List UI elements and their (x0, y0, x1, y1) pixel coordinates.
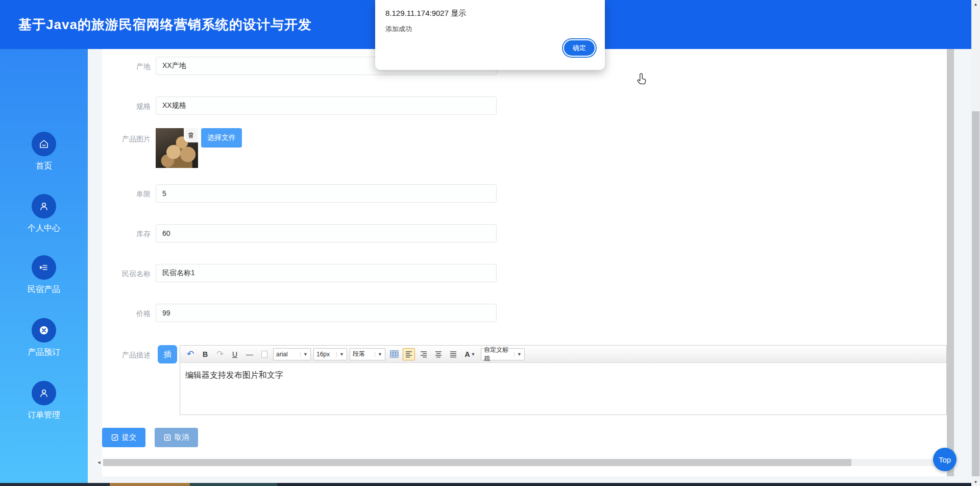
footer-strip (0, 483, 971, 486)
rich-text-editor: ↶ B ↷ U — arial▼ 16px▼ 段落▼ (180, 345, 947, 415)
field-label-stock: 库存 (89, 230, 151, 239)
insert-button[interactable]: 插 (158, 345, 177, 363)
trash-icon (187, 131, 195, 139)
field-label-origin: 产地 (89, 62, 151, 71)
bold-icon[interactable]: B (199, 348, 211, 360)
scroll-left-arrow[interactable]: ◀ (95, 459, 103, 466)
sidebar-item-orders[interactable]: 订单管理 (0, 381, 88, 421)
page-title: 基于Java的旅游民宿网络营销系统的设计与开发 (18, 16, 312, 34)
align-right-icon[interactable] (418, 348, 430, 360)
inner-vertical-scrollbar[interactable] (947, 49, 954, 476)
underline-icon[interactable]: U (229, 348, 241, 360)
browser-scrollbar[interactable]: ▲ ▼ (971, 0, 980, 486)
product-image-thumbnail (156, 128, 198, 168)
sidebar-item-profile[interactable]: 个人中心 (0, 194, 88, 234)
undo-icon[interactable]: ↶ (184, 348, 197, 360)
dialog-message: 添加成功 (385, 25, 595, 34)
sidebar-item-label: 产品预订 (28, 347, 60, 358)
field-label-homestay-name: 民宿名称 (89, 270, 151, 279)
field-label-description: 产品描述 (89, 351, 151, 360)
editor-content[interactable]: 编辑器支持发布图片和文字 (180, 363, 946, 388)
dialog-ok-button[interactable]: 确定 (564, 40, 595, 56)
horizontal-scrollbar-thumb[interactable] (103, 459, 851, 466)
back-to-top-button[interactable]: Top (933, 448, 957, 471)
x-square-icon (164, 434, 171, 441)
font-size-select[interactable]: 16px▼ (313, 348, 347, 360)
browser-scrollbar-thumb[interactable] (972, 111, 979, 476)
user-icon (32, 194, 56, 218)
unit-limit-input[interactable] (156, 184, 497, 203)
delete-image-button[interactable] (184, 128, 198, 142)
field-label-price: 价格 (89, 309, 151, 319)
custom-title-select[interactable]: 自定义标题▼ (481, 348, 525, 360)
submit-button[interactable]: 提交 (102, 428, 145, 447)
font-color-icon[interactable]: A▼ (462, 348, 478, 360)
stock-input[interactable] (156, 224, 497, 242)
sidebar-item-products[interactable]: 民宿产品 (0, 255, 88, 295)
sidebar-item-booking[interactable]: 产品预订 (0, 318, 88, 358)
homestay-name-input[interactable] (156, 264, 497, 282)
sidebar-item-home[interactable]: 首页 (0, 132, 88, 172)
redo-icon[interactable]: ↷ (214, 348, 226, 360)
sidebar-item-label: 首页 (36, 161, 52, 172)
cancel-button[interactable]: 取消 (155, 428, 198, 447)
sidebar-item-label: 订单管理 (28, 410, 60, 421)
scroll-up-arrow[interactable]: ▲ (971, 0, 980, 8)
price-input[interactable] (156, 304, 497, 322)
list-icon (32, 255, 56, 280)
scroll-down-arrow[interactable]: ▼ (971, 478, 980, 486)
field-label-spec: 规格 (89, 102, 151, 111)
field-label-unit-limit: 单限 (89, 190, 151, 199)
justify-icon[interactable] (447, 348, 459, 360)
table-icon[interactable] (388, 348, 400, 360)
align-center-icon[interactable] (432, 348, 445, 360)
user-icon (32, 381, 56, 405)
page: 基于Java的旅游民宿网络营销系统的设计与开发 民宿名称1 ▼ 首页 个人中心 … (0, 0, 980, 486)
home-icon (32, 132, 56, 156)
field-label-product-image: 产品图片 (89, 135, 151, 144)
circle-x-icon (32, 318, 56, 343)
align-left-icon[interactable] (403, 348, 415, 360)
dialog-title: 8.129.11.174:9027 显示 (385, 9, 595, 18)
check-square-icon (111, 434, 118, 441)
sidebar-item-label: 个人中心 (28, 223, 60, 234)
choose-file-button[interactable]: 选择文件 (201, 128, 242, 148)
chevron-down-icon: ▼ (300, 352, 308, 357)
chevron-down-icon: ▼ (514, 352, 522, 357)
horizontal-scrollbar[interactable]: ◀ (95, 459, 941, 466)
editor-toolbar: ↶ B ↷ U — arial▼ 16px▼ 段落▼ (180, 346, 946, 363)
sidebar-item-label: 民宿产品 (28, 284, 60, 295)
chevron-down-icon: ▼ (375, 352, 382, 357)
spec-input[interactable] (156, 96, 497, 115)
font-family-select[interactable]: arial▼ (273, 348, 311, 360)
hr-icon[interactable]: — (243, 348, 256, 360)
chevron-down-icon: ▼ (336, 352, 344, 357)
new-doc-icon[interactable] (258, 348, 271, 360)
browser-alert-dialog: 8.129.11.174:9027 显示 添加成功 确定 (375, 0, 605, 70)
paragraph-format-select[interactable]: 段落▼ (350, 348, 385, 360)
